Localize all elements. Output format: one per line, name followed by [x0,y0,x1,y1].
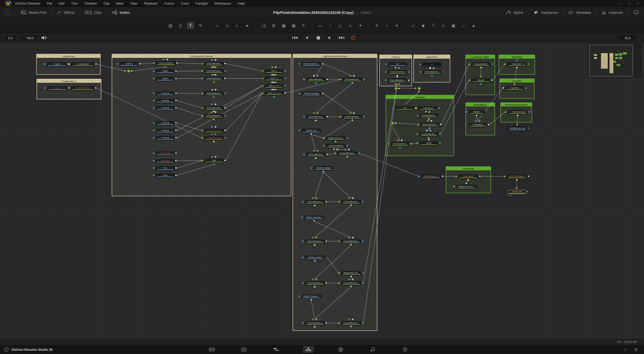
node-cc4[interactable]: ColorCorrector4 [204,136,224,140]
port-square[interactable] [480,67,482,68]
port-square[interactable] [491,79,493,81]
port-square[interactable] [310,133,312,135]
port-triangle-b[interactable] [302,282,304,284]
port-triangle-y[interactable] [202,137,204,139]
node-glosscol[interactable]: GlossCol [156,92,175,96]
page-tab-media[interactable] [206,346,217,353]
toolbar-button-inspector[interactable]: Inspector [596,7,628,18]
tool-text-3d-icon[interactable]: T [430,22,437,29]
group-g-exr[interactable]: EXRLayersCombined [112,54,291,196]
port-square[interactable] [326,116,328,117]
port-triangle-y[interactable] [416,107,418,109]
node-cb2[interactable]: ChannelBoolea... [204,69,224,73]
port-square[interactable] [211,89,213,91]
page-tab-color[interactable] [335,346,346,353]
port-triangle-b[interactable] [153,130,155,132]
node-lcb5[interactable]: ChannelBoolea... [306,153,326,157]
port-triangle-b[interactable] [302,322,304,324]
port-square[interactable] [350,286,352,287]
port-triangle-b[interactable] [439,142,440,144]
node-lcb2[interactable]: ChannelBoolea... [342,78,363,82]
port-square[interactable] [479,175,481,177]
menu-clip[interactable]: Clip [100,2,113,5]
port-square[interactable] [314,260,316,262]
port-square[interactable] [325,240,327,242]
port-triangle-b[interactable] [224,115,226,117]
port-triangle-b[interactable] [311,167,313,169]
port-triangle-w[interactable] [275,67,277,68]
port-triangle-w[interactable] [215,111,217,113]
settings-gear-icon[interactable] [634,347,638,352]
eye-icon[interactable] [522,111,524,113]
tool-transform-icon[interactable]: ↻ [300,22,307,29]
port-triangle-y[interactable] [69,63,70,65]
transport-loop-button[interactable] [350,35,356,41]
port-square[interactable] [441,175,443,177]
port-triangle-b[interactable] [153,174,155,176]
node-crypto_1[interactable]: Crypto_1 [47,86,68,90]
port-square[interactable] [175,92,177,94]
port-triangle-b[interactable] [153,152,155,154]
port-triangle-y[interactable] [415,87,417,89]
port-triangle-y[interactable] [398,83,400,85]
port-square[interactable] [175,107,177,109]
port-triangle-y[interactable] [478,121,480,122]
port-triangle-g[interactable] [213,118,215,120]
node-rgba_key[interactable]: RGBA_Keylight [313,166,334,170]
port-triangle-w[interactable] [215,59,217,61]
node-cst[interactable]: ColorSpaceTra... [420,114,438,118]
port-triangle-y[interactable] [513,84,515,86]
port-square[interactable] [528,127,529,129]
node-transind[interactable]: TransInd [156,136,175,140]
port-triangle-g[interactable] [262,85,264,87]
port-triangle-g[interactable] [316,75,318,77]
node-rgba_power[interactable]: RGBA_Powerso... [304,216,325,220]
port-square[interactable] [175,167,177,169]
group-g-lowpass[interactable]: LowPass_Filter [465,55,495,95]
port-triangle-y[interactable] [398,67,400,68]
transport-skip-end-button[interactable] [338,35,345,41]
port-triangle-g[interactable] [527,63,529,65]
port-triangle-b[interactable] [315,82,317,84]
port-triangle-w[interactable] [215,74,217,76]
port-triangle-b[interactable] [399,146,401,148]
port-square[interactable] [351,119,353,121]
close-button[interactable]: × [637,2,639,5]
pipe-node-dotB[interactable] [418,87,421,90]
port-triangle-b[interactable] [211,133,213,135]
menu-playback[interactable]: Playback [141,2,161,5]
port-triangle-b[interactable] [480,83,482,85]
node-cb4[interactable]: ChannelBoolea... [204,92,224,96]
port-triangle-w[interactable] [271,81,273,83]
port-square[interactable] [398,88,400,89]
port-triangle-b[interactable] [153,122,155,124]
tool-camera-3d-icon[interactable]: ▣ [450,22,457,29]
node-crypto1[interactable]: Cryptomatte1 [71,62,95,66]
tool-ellipse-icon[interactable]: ○ [327,22,334,29]
port-triangle-y[interactable] [275,73,277,75]
tool-color-curves-icon[interactable]: ∿ [224,22,230,29]
node-add1112[interactable]: Add_1_1_1_2 [204,129,224,133]
node-rgba_back[interactable]: RGBA_Backrou... [301,62,321,66]
port-triangle-w[interactable] [315,157,317,159]
toolbar-button-spline[interactable]: Spline [500,7,528,18]
port-triangle-b[interactable] [153,78,155,80]
node-ellipse1[interactable]: Ellipse1 [469,110,485,114]
menu-workspace[interactable]: Workspace [211,2,234,5]
port-triangle-y[interactable] [315,279,317,281]
port-square[interactable] [310,299,312,301]
project-manager-icon[interactable]: ⌂ [624,347,627,352]
port-triangle-b[interactable] [429,127,431,129]
node-cb6[interactable]: ChannelBoolea... [204,114,224,118]
node-gauss[interactable]: GaussianBlur1 [471,62,491,66]
menu-edit[interactable]: Edit [56,2,68,5]
port-triangle-w[interactable] [352,279,354,281]
port-triangle-b[interactable] [284,70,286,72]
port-square[interactable] [350,204,352,206]
port-triangle-y[interactable] [339,322,340,324]
port-triangle-b[interactable] [299,295,300,297]
node-lcb10[interactable]: ChannelBoolea... [341,240,361,244]
node-transform1[interactable]: Transform1 [418,106,437,110]
port-triangle-w[interactable] [314,326,316,327]
port-square[interactable] [175,160,177,162]
